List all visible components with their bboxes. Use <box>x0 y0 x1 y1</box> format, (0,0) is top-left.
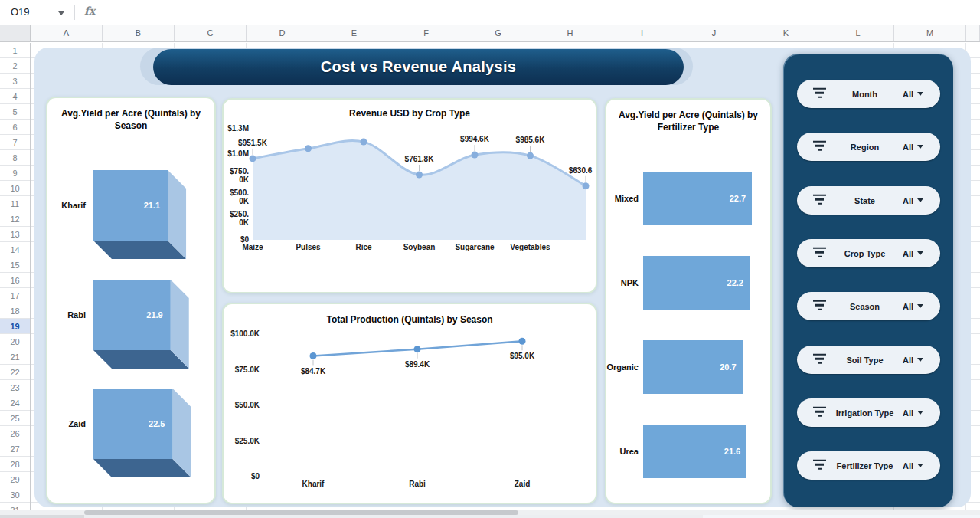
y-tick-label: $1.0M <box>227 149 249 158</box>
column-header-c[interactable]: C <box>175 25 247 41</box>
column-header-f[interactable]: F <box>390 25 462 41</box>
dropdown-caret-icon[interactable] <box>917 92 923 96</box>
fertilizer-bars: Mixed22.7NPK22.2Organic20.7Urea21.6 <box>606 100 770 503</box>
slicer-irrigation-type[interactable]: Irrigation TypeAll <box>797 398 940 427</box>
row-header-column: 1234567891011121314151617181920212223242… <box>0 43 31 510</box>
data-label: $994.6K <box>460 135 490 143</box>
dropdown-caret-icon[interactable] <box>917 411 923 415</box>
x-tick-label: Maize <box>242 243 263 251</box>
data-point <box>250 155 256 162</box>
slicer-label: Month <box>820 80 910 108</box>
row-header-9[interactable]: 9 <box>0 166 30 181</box>
bar-value-label: 22.5 <box>149 419 165 428</box>
card-production-chart[interactable]: Total Production (Quintals) by Season $1… <box>222 303 597 504</box>
column-header-h[interactable]: H <box>534 25 606 41</box>
row-header-10[interactable]: 10 <box>0 181 30 196</box>
row-header-14[interactable]: 14 <box>0 242 30 257</box>
row-header-26[interactable]: 26 <box>0 426 30 441</box>
card-fertilizer-chart[interactable]: Avg.Yield per Acre (Quintals) by Fertili… <box>605 98 772 504</box>
column-header-d[interactable]: D <box>247 25 318 41</box>
row-header-6[interactable]: 6 <box>0 120 30 135</box>
slicer-fertilizer-type[interactable]: Fertilizer TypeAll <box>797 451 940 480</box>
name-box[interactable]: O19 <box>0 0 74 25</box>
row-header-4[interactable]: 4 <box>0 89 30 104</box>
row-header-16[interactable]: 16 <box>0 273 30 288</box>
column-header-e[interactable]: E <box>318 25 390 41</box>
slicer-value: All <box>903 346 923 374</box>
column-header-g[interactable]: G <box>462 25 534 41</box>
formula-input[interactable] <box>101 0 980 25</box>
column-header-k[interactable]: K <box>750 25 822 41</box>
row-header-24[interactable]: 24 <box>0 395 30 411</box>
slicer-month[interactable]: MonthAll <box>797 80 940 108</box>
revenue-area-chart: $1.3M$1.0M$750.0K$500.0K$250.0K$0MaizePu… <box>224 100 599 295</box>
row-header-20[interactable]: 20 <box>0 334 30 349</box>
season-yield-3d-bar-chart: 21.1Kharif21.9Rabi22.5Zaid <box>47 98 217 506</box>
column-header-a[interactable]: A <box>31 25 103 41</box>
column-header-partial[interactable] <box>966 25 980 41</box>
row-header-22[interactable]: 22 <box>0 365 30 380</box>
row-header-29[interactable]: 29 <box>0 472 30 487</box>
slicer-label: Crop Type <box>820 239 910 267</box>
row-header-21[interactable]: 21 <box>0 349 30 365</box>
dashboard-panel: Cost vs Revenue Analysis Avg.Yield per A… <box>34 48 971 507</box>
row-header-1[interactable]: 1 <box>0 43 30 58</box>
slicer-label: Soil Type <box>820 346 910 374</box>
slicer-crop-type[interactable]: Crop TypeAll <box>797 239 940 267</box>
row-header-17[interactable]: 17 <box>0 288 30 303</box>
column-header-b[interactable]: B <box>103 25 175 41</box>
row-header-2[interactable]: 2 <box>0 58 30 74</box>
row-header-15[interactable]: 15 <box>0 257 30 273</box>
formula-toolbar: O19 fx <box>0 0 980 25</box>
slicer-value: All <box>903 292 923 320</box>
row-header-7[interactable]: 7 <box>0 135 30 150</box>
row-header-19[interactable]: 19 <box>0 319 30 334</box>
y-tick-label: $1.3M <box>227 124 249 133</box>
dropdown-caret-icon[interactable] <box>917 145 923 149</box>
x-tick-label: Kharif <box>302 480 325 488</box>
dropdown-caret-icon[interactable] <box>917 304 923 308</box>
row-header-8[interactable]: 8 <box>0 150 30 166</box>
dropdown-caret-icon[interactable] <box>917 251 923 255</box>
row-header-5[interactable]: 5 <box>0 104 30 120</box>
data-point <box>527 152 534 159</box>
row-header-25[interactable]: 25 <box>0 411 30 426</box>
bar-category-label: Mixed <box>606 172 639 225</box>
row-header-28[interactable]: 28 <box>0 457 30 472</box>
slicer-region[interactable]: RegionAll <box>797 133 940 161</box>
slicer-value-text: All <box>903 356 913 365</box>
row-header-18[interactable]: 18 <box>0 303 30 319</box>
name-box-caret-icon[interactable] <box>58 11 64 15</box>
bottom-edge-left <box>0 515 84 518</box>
slicer-value-text: All <box>903 90 913 99</box>
data-point <box>361 139 368 146</box>
y-tick-label: $25.0K <box>235 437 260 445</box>
slicer-state[interactable]: StateAll <box>797 186 940 215</box>
select-all-corner[interactable] <box>0 25 31 41</box>
dropdown-caret-icon[interactable] <box>917 464 923 467</box>
row-header-30[interactable]: 30 <box>0 487 30 503</box>
x-tick-label: Vegetables <box>510 243 550 251</box>
card-revenue-chart[interactable]: Revenue USD by Crop Type $1.3M$1.0M$750.… <box>222 98 597 293</box>
row-header-31[interactable]: 31 <box>0 503 30 510</box>
bar-value-label: 22.7 <box>730 172 746 225</box>
row-header-12[interactable]: 12 <box>0 211 30 227</box>
dropdown-caret-icon[interactable] <box>917 358 923 362</box>
row-header-11[interactable]: 11 <box>0 196 30 211</box>
row-header-27[interactable]: 27 <box>0 441 30 457</box>
data-label: $84.7K <box>301 367 326 375</box>
column-header-j[interactable]: J <box>678 25 750 41</box>
dropdown-caret-icon[interactable] <box>917 198 923 202</box>
card-season-yield-chart[interactable]: Avg.Yield per Acre (Quintals) by Season … <box>46 97 216 504</box>
slicer-season[interactable]: SeasonAll <box>797 292 940 320</box>
spreadsheet-app: O19 fx ABCDEFGHIJKLM 1234567891011121314… <box>0 0 980 518</box>
row-header-13[interactable]: 13 <box>0 227 30 242</box>
row-header-23[interactable]: 23 <box>0 380 30 395</box>
bar-value-label: 20.7 <box>720 340 736 394</box>
slicer-value: All <box>903 133 923 161</box>
slicer-soil-type[interactable]: Soil TypeAll <box>797 346 940 374</box>
column-header-m[interactable]: M <box>894 25 966 41</box>
column-header-l[interactable]: L <box>822 25 894 41</box>
column-header-i[interactable]: I <box>606 25 678 41</box>
row-header-3[interactable]: 3 <box>0 74 30 89</box>
